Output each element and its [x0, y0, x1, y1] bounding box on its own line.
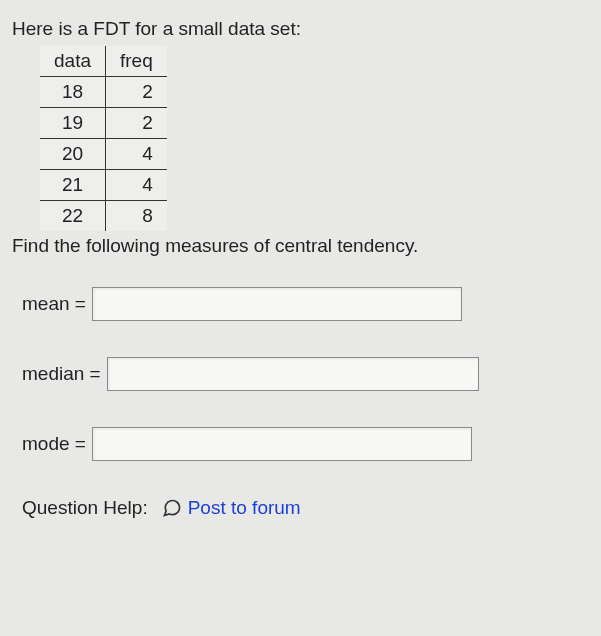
post-to-forum-link[interactable]: Post to forum	[188, 497, 301, 519]
table-row: 18 2	[40, 77, 167, 108]
chat-icon	[162, 498, 182, 518]
table-row: 19 2	[40, 108, 167, 139]
table-cell-data: 19	[40, 108, 105, 139]
table-row: 22 8	[40, 201, 167, 232]
question-help-label: Question Help:	[22, 497, 148, 519]
mean-input[interactable]	[92, 287, 462, 321]
table-cell-freq: 4	[105, 139, 166, 170]
table-cell-data: 21	[40, 170, 105, 201]
table-row: 20 4	[40, 139, 167, 170]
table-row: 21 4	[40, 170, 167, 201]
median-label: median =	[22, 363, 101, 385]
table-cell-data: 20	[40, 139, 105, 170]
table-cell-data: 22	[40, 201, 105, 232]
table-cell-data: 18	[40, 77, 105, 108]
table-cell-freq: 8	[105, 201, 166, 232]
intro-text: Here is a FDT for a small data set:	[12, 18, 579, 40]
table-cell-freq: 2	[105, 77, 166, 108]
table-header-data: data	[40, 46, 105, 77]
median-input[interactable]	[107, 357, 479, 391]
table-header-freq: freq	[105, 46, 166, 77]
table-cell-freq: 4	[105, 170, 166, 201]
table-cell-freq: 2	[105, 108, 166, 139]
prompt-text: Find the following measures of central t…	[12, 235, 579, 257]
mode-label: mode =	[22, 433, 86, 455]
mode-input[interactable]	[92, 427, 472, 461]
fdt-table: data freq 18 2 19 2 20 4 21 4 22 8	[40, 46, 167, 231]
mean-label: mean =	[22, 293, 86, 315]
